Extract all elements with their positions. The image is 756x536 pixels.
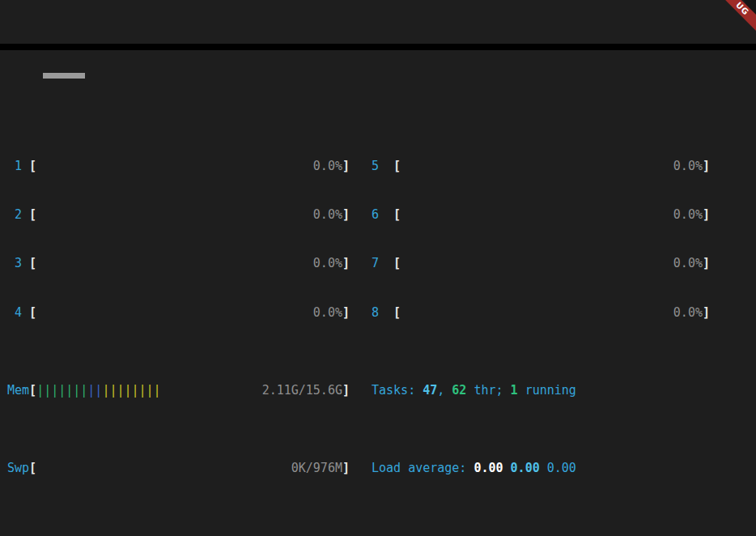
- load-5min: 0.00: [511, 458, 540, 478]
- mem-value: 2.11G/15.6G: [262, 381, 342, 400]
- meter-fill: [36, 253, 313, 273]
- meter-open-bracket: [: [29, 253, 36, 273]
- cpu-id: 6: [372, 205, 379, 224]
- tasks-label: Tasks:: [372, 381, 423, 400]
- meter-fill: [36, 156, 313, 176]
- meter-fill: [401, 156, 673, 176]
- cpu-percent: 0.0%: [313, 303, 342, 322]
- meter-open-bracket: [: [29, 381, 36, 400]
- cpu-id: 2: [15, 205, 22, 224]
- threads-label: thr;: [466, 381, 510, 400]
- cpu-meter-2: 2[0.0%]: [15, 205, 350, 224]
- meter-open-bracket: [: [29, 303, 36, 322]
- swap-load-row: Swp[0K/976M] Load average: 0.00 0.00 0.0…: [0, 458, 756, 478]
- meter-close-bracket: ]: [342, 458, 350, 478]
- cpu-id: 1: [15, 156, 22, 176]
- meter-fill: [36, 458, 291, 478]
- load-label: Load average:: [372, 458, 474, 478]
- cpu-id: 5: [372, 156, 379, 176]
- running-count: 1: [511, 381, 518, 400]
- meter-close-bracket: ]: [342, 381, 350, 400]
- cpu-id: 3: [15, 253, 22, 273]
- meter-close-bracket: ]: [703, 253, 710, 273]
- cpu-meter-row-1: 1[0.0%] 5[0.0%]: [0, 156, 756, 176]
- ribbon-text: UG: [724, 0, 756, 32]
- meter-close-bracket: ]: [703, 156, 710, 176]
- cpu-meter-1: 1[0.0%]: [15, 156, 350, 176]
- mem-tasks-row: Mem[|||||||||||||||||2.11G/15.6G] Tasks:…: [0, 381, 756, 400]
- meter-close-bracket: ]: [342, 253, 350, 273]
- meter-fill: [36, 303, 313, 322]
- tasks-count: 47: [423, 381, 437, 400]
- swp-label: Swp: [7, 458, 29, 478]
- cpu-id: 8: [372, 303, 379, 322]
- running-label: running: [518, 381, 576, 400]
- window-topbar: [0, 44, 756, 50]
- threads-count: 62: [452, 381, 466, 400]
- cpu-percent: 0.0%: [313, 156, 342, 176]
- space: [540, 458, 547, 478]
- cpu-percent: 0.0%: [313, 205, 342, 224]
- meter-close-bracket: ]: [342, 303, 350, 322]
- cpu-meter-row-4: 4[0.0%] 8[0.0%]: [0, 303, 756, 322]
- cpu-meter-4: 4[0.0%]: [15, 303, 350, 322]
- mem-bar-cache: ||||||||: [102, 381, 160, 400]
- cpu-meter-row-3: 3[0.0%] 7[0.0%]: [0, 253, 756, 273]
- cpu-id: 4: [15, 303, 22, 322]
- meter-open-bracket: [: [29, 156, 36, 176]
- meter-fill: [401, 303, 673, 322]
- meter-close-bracket: ]: [342, 205, 350, 224]
- cpu-meter-8: 8[0.0%]: [372, 303, 710, 322]
- memory-meter: Mem[|||||||||||||||||2.11G/15.6G]: [7, 381, 350, 400]
- meter-fill: [161, 381, 262, 400]
- meter-open-bracket: [: [393, 205, 401, 224]
- cpu-meter-7: 7[0.0%]: [372, 253, 710, 273]
- debug-ribbon: UG: [724, 0, 756, 32]
- meter-open-bracket: [: [393, 253, 401, 273]
- meter-fill: [36, 205, 313, 224]
- meter-open-bracket: [: [393, 303, 401, 322]
- load-15min: 0.00: [547, 458, 576, 478]
- meter-fill: [401, 205, 673, 224]
- cpu-meter-5: 5[0.0%]: [372, 156, 710, 176]
- cpu-percent: 0.0%: [673, 303, 703, 322]
- tasks-comma: ,: [437, 381, 452, 400]
- mem-bar-buffers: ||: [87, 381, 102, 400]
- meter-close-bracket: ]: [703, 205, 710, 224]
- meter-close-bracket: ]: [342, 156, 350, 176]
- meter-open-bracket: [: [29, 205, 36, 224]
- cpu-meter-row-2: 2[0.0%] 6[0.0%]: [0, 205, 756, 224]
- meter-fill: [401, 253, 673, 273]
- meter-open-bracket: [: [393, 156, 401, 176]
- cpu-percent: 0.0%: [673, 156, 703, 176]
- meter-close-bracket: ]: [703, 303, 710, 322]
- window-tab-handle: [43, 73, 85, 79]
- tasks-line: Tasks: 47, 62 thr; 1 running: [372, 381, 576, 400]
- cpu-meter-3: 3[0.0%]: [15, 253, 350, 273]
- mem-label: Mem: [7, 381, 29, 400]
- meter-open-bracket: [: [29, 458, 36, 478]
- cpu-percent: 0.0%: [313, 253, 342, 273]
- load-1min: 0.00: [474, 458, 503, 478]
- mem-bar-used: |||||||: [36, 381, 87, 400]
- swp-value: 0K/976M: [291, 458, 342, 478]
- cpu-meter-6: 6[0.0%]: [372, 205, 710, 224]
- cpu-percent: 0.0%: [673, 253, 703, 273]
- cpu-percent: 0.0%: [673, 205, 703, 224]
- htop-terminal: 1[0.0%] 5[0.0%] 2[0.0%] 6[0.0%] 3[0.0%] …: [0, 0, 756, 536]
- load-average-line: Load average: 0.00 0.00 0.00: [372, 458, 576, 478]
- corner-shade: [724, 0, 756, 32]
- top-spacer: [0, 79, 756, 98]
- swap-meter: Swp[0K/976M]: [7, 458, 350, 478]
- space: [503, 458, 511, 478]
- cpu-id: 7: [372, 253, 379, 273]
